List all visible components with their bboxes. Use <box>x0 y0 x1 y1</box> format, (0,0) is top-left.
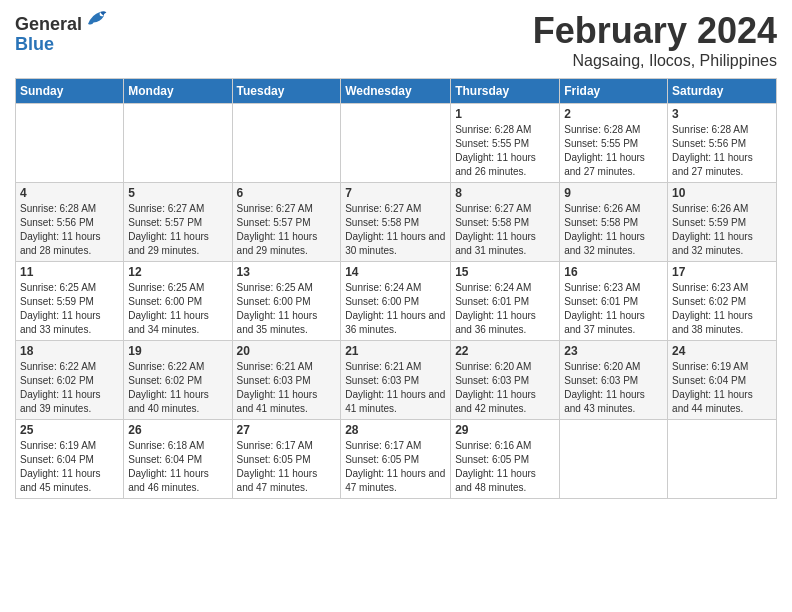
weekday-header-monday: Monday <box>124 79 232 104</box>
day-info: Sunrise: 6:22 AM Sunset: 6:02 PM Dayligh… <box>20 360 119 416</box>
day-number: 8 <box>455 186 555 200</box>
weekday-header-wednesday: Wednesday <box>341 79 451 104</box>
calendar-cell: 21Sunrise: 6:21 AM Sunset: 6:03 PM Dayli… <box>341 341 451 420</box>
day-number: 2 <box>564 107 663 121</box>
calendar-cell: 23Sunrise: 6:20 AM Sunset: 6:03 PM Dayli… <box>560 341 668 420</box>
day-info: Sunrise: 6:28 AM Sunset: 5:56 PM Dayligh… <box>672 123 772 179</box>
day-info: Sunrise: 6:25 AM Sunset: 6:00 PM Dayligh… <box>237 281 337 337</box>
day-number: 11 <box>20 265 119 279</box>
day-info: Sunrise: 6:27 AM Sunset: 5:57 PM Dayligh… <box>237 202 337 258</box>
calendar-cell: 27Sunrise: 6:17 AM Sunset: 6:05 PM Dayli… <box>232 420 341 499</box>
day-number: 10 <box>672 186 772 200</box>
day-number: 9 <box>564 186 663 200</box>
calendar-cell: 1Sunrise: 6:28 AM Sunset: 5:55 PM Daylig… <box>451 104 560 183</box>
location-title: Nagsaing, Ilocos, Philippines <box>533 52 777 70</box>
day-number: 26 <box>128 423 227 437</box>
day-info: Sunrise: 6:18 AM Sunset: 6:04 PM Dayligh… <box>128 439 227 495</box>
logo-bird-icon <box>84 8 108 32</box>
calendar-cell <box>560 420 668 499</box>
calendar-cell: 24Sunrise: 6:19 AM Sunset: 6:04 PM Dayli… <box>668 341 777 420</box>
day-info: Sunrise: 6:17 AM Sunset: 6:05 PM Dayligh… <box>237 439 337 495</box>
weekday-header-saturday: Saturday <box>668 79 777 104</box>
calendar-week-2: 4Sunrise: 6:28 AM Sunset: 5:56 PM Daylig… <box>16 183 777 262</box>
calendar-week-5: 25Sunrise: 6:19 AM Sunset: 6:04 PM Dayli… <box>16 420 777 499</box>
day-number: 1 <box>455 107 555 121</box>
calendar-cell: 12Sunrise: 6:25 AM Sunset: 6:00 PM Dayli… <box>124 262 232 341</box>
day-info: Sunrise: 6:28 AM Sunset: 5:55 PM Dayligh… <box>564 123 663 179</box>
day-info: Sunrise: 6:22 AM Sunset: 6:02 PM Dayligh… <box>128 360 227 416</box>
day-number: 13 <box>237 265 337 279</box>
day-info: Sunrise: 6:20 AM Sunset: 6:03 PM Dayligh… <box>455 360 555 416</box>
day-info: Sunrise: 6:21 AM Sunset: 6:03 PM Dayligh… <box>345 360 446 416</box>
day-info: Sunrise: 6:28 AM Sunset: 5:55 PM Dayligh… <box>455 123 555 179</box>
calendar-cell: 15Sunrise: 6:24 AM Sunset: 6:01 PM Dayli… <box>451 262 560 341</box>
calendar-cell: 16Sunrise: 6:23 AM Sunset: 6:01 PM Dayli… <box>560 262 668 341</box>
day-number: 16 <box>564 265 663 279</box>
day-number: 7 <box>345 186 446 200</box>
calendar-header: SundayMondayTuesdayWednesdayThursdayFrid… <box>16 79 777 104</box>
day-number: 23 <box>564 344 663 358</box>
calendar-cell: 26Sunrise: 6:18 AM Sunset: 6:04 PM Dayli… <box>124 420 232 499</box>
calendar-cell <box>16 104 124 183</box>
day-info: Sunrise: 6:24 AM Sunset: 6:01 PM Dayligh… <box>455 281 555 337</box>
day-number: 17 <box>672 265 772 279</box>
calendar-cell: 10Sunrise: 6:26 AM Sunset: 5:59 PM Dayli… <box>668 183 777 262</box>
day-number: 15 <box>455 265 555 279</box>
day-info: Sunrise: 6:28 AM Sunset: 5:56 PM Dayligh… <box>20 202 119 258</box>
day-number: 18 <box>20 344 119 358</box>
calendar-cell: 17Sunrise: 6:23 AM Sunset: 6:02 PM Dayli… <box>668 262 777 341</box>
day-info: Sunrise: 6:23 AM Sunset: 6:01 PM Dayligh… <box>564 281 663 337</box>
calendar-cell: 4Sunrise: 6:28 AM Sunset: 5:56 PM Daylig… <box>16 183 124 262</box>
day-info: Sunrise: 6:20 AM Sunset: 6:03 PM Dayligh… <box>564 360 663 416</box>
day-info: Sunrise: 6:26 AM Sunset: 5:58 PM Dayligh… <box>564 202 663 258</box>
day-info: Sunrise: 6:25 AM Sunset: 6:00 PM Dayligh… <box>128 281 227 337</box>
calendar-week-3: 11Sunrise: 6:25 AM Sunset: 5:59 PM Dayli… <box>16 262 777 341</box>
calendar-cell: 20Sunrise: 6:21 AM Sunset: 6:03 PM Dayli… <box>232 341 341 420</box>
calendar-cell: 28Sunrise: 6:17 AM Sunset: 6:05 PM Dayli… <box>341 420 451 499</box>
day-number: 4 <box>20 186 119 200</box>
calendar-cell <box>668 420 777 499</box>
calendar-cell: 5Sunrise: 6:27 AM Sunset: 5:57 PM Daylig… <box>124 183 232 262</box>
day-info: Sunrise: 6:27 AM Sunset: 5:58 PM Dayligh… <box>455 202 555 258</box>
logo-blue-text: Blue <box>15 35 108 55</box>
day-info: Sunrise: 6:19 AM Sunset: 6:04 PM Dayligh… <box>20 439 119 495</box>
month-title: February 2024 <box>533 10 777 52</box>
day-number: 24 <box>672 344 772 358</box>
title-area: February 2024 Nagsaing, Ilocos, Philippi… <box>533 10 777 70</box>
calendar-cell: 3Sunrise: 6:28 AM Sunset: 5:56 PM Daylig… <box>668 104 777 183</box>
day-number: 5 <box>128 186 227 200</box>
calendar-cell <box>341 104 451 183</box>
day-number: 6 <box>237 186 337 200</box>
day-info: Sunrise: 6:17 AM Sunset: 6:05 PM Dayligh… <box>345 439 446 495</box>
calendar-cell: 8Sunrise: 6:27 AM Sunset: 5:58 PM Daylig… <box>451 183 560 262</box>
day-number: 21 <box>345 344 446 358</box>
day-info: Sunrise: 6:27 AM Sunset: 5:58 PM Dayligh… <box>345 202 446 258</box>
calendar-week-4: 18Sunrise: 6:22 AM Sunset: 6:02 PM Dayli… <box>16 341 777 420</box>
day-info: Sunrise: 6:19 AM Sunset: 6:04 PM Dayligh… <box>672 360 772 416</box>
day-info: Sunrise: 6:16 AM Sunset: 6:05 PM Dayligh… <box>455 439 555 495</box>
day-number: 19 <box>128 344 227 358</box>
day-number: 3 <box>672 107 772 121</box>
calendar-cell <box>124 104 232 183</box>
calendar-week-1: 1Sunrise: 6:28 AM Sunset: 5:55 PM Daylig… <box>16 104 777 183</box>
day-number: 27 <box>237 423 337 437</box>
weekday-header-thursday: Thursday <box>451 79 560 104</box>
weekday-header-tuesday: Tuesday <box>232 79 341 104</box>
logo: General Blue <box>15 15 108 55</box>
calendar-cell: 2Sunrise: 6:28 AM Sunset: 5:55 PM Daylig… <box>560 104 668 183</box>
logo-text: General Blue <box>15 15 108 55</box>
calendar-cell: 19Sunrise: 6:22 AM Sunset: 6:02 PM Dayli… <box>124 341 232 420</box>
day-info: Sunrise: 6:26 AM Sunset: 5:59 PM Dayligh… <box>672 202 772 258</box>
calendar-cell: 11Sunrise: 6:25 AM Sunset: 5:59 PM Dayli… <box>16 262 124 341</box>
day-info: Sunrise: 6:23 AM Sunset: 6:02 PM Dayligh… <box>672 281 772 337</box>
calendar-cell: 22Sunrise: 6:20 AM Sunset: 6:03 PM Dayli… <box>451 341 560 420</box>
day-info: Sunrise: 6:27 AM Sunset: 5:57 PM Dayligh… <box>128 202 227 258</box>
calendar-table: SundayMondayTuesdayWednesdayThursdayFrid… <box>15 78 777 499</box>
day-number: 22 <box>455 344 555 358</box>
calendar-cell: 29Sunrise: 6:16 AM Sunset: 6:05 PM Dayli… <box>451 420 560 499</box>
day-number: 20 <box>237 344 337 358</box>
weekday-header-sunday: Sunday <box>16 79 124 104</box>
day-number: 25 <box>20 423 119 437</box>
calendar-cell <box>232 104 341 183</box>
day-info: Sunrise: 6:25 AM Sunset: 5:59 PM Dayligh… <box>20 281 119 337</box>
